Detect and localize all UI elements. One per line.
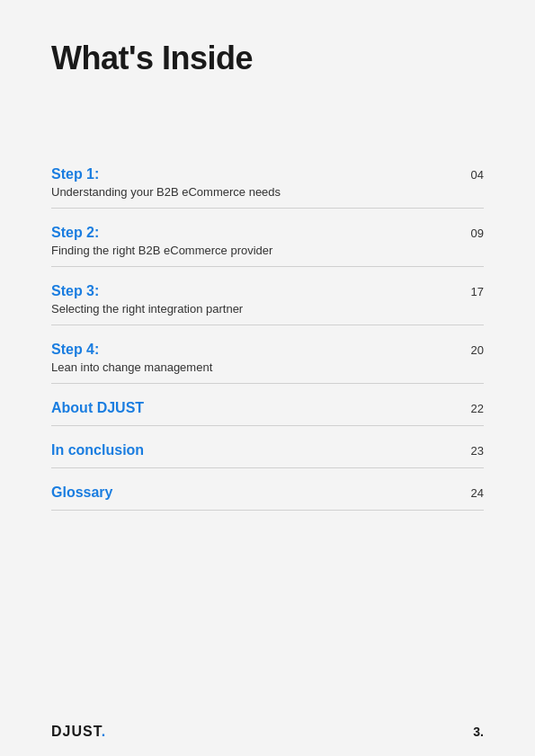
toc-content-step2: Step 2: Finding the right B2B eCommerce … [51, 225, 272, 257]
toc-page-conclusion: 23 [471, 444, 484, 458]
toc-description-step3: Selecting the right integration partner [51, 302, 243, 316]
toc-label-step1: Step 1: [51, 166, 281, 182]
toc-item-about: About DJUST 22 [51, 400, 484, 426]
toc-item-step3: Step 3: Selecting the right integration … [51, 283, 484, 325]
toc-row-step4: Step 4: Lean into change management 20 [51, 342, 484, 384]
footer: DJUST. 3. [51, 724, 484, 740]
page-title: What's Inside [51, 40, 253, 77]
toc-item-glossary: Glossary 24 [51, 485, 484, 511]
toc-page-glossary: 24 [471, 486, 484, 500]
toc-content-step3: Step 3: Selecting the right integration … [51, 283, 243, 316]
footer-page-number: 3. [473, 725, 484, 739]
toc-row-step1: Step 1: Understanding your B2B eCommerce… [51, 166, 484, 209]
toc-item-step2: Step 2: Finding the right B2B eCommerce … [51, 225, 484, 267]
toc-description-step1: Understanding your B2B eCommerce needs [51, 185, 281, 199]
toc-page-step2: 09 [471, 227, 484, 240]
toc-page-step3: 17 [471, 285, 484, 298]
toc-page-step1: 04 [471, 168, 484, 182]
toc-label-step2: Step 2: [51, 225, 272, 241]
toc-item-step4: Step 4: Lean into change management 20 [51, 342, 484, 384]
toc-description-step4: Lean into change management [51, 360, 212, 374]
toc-description-step2: Finding the right B2B eCommerce provider [51, 244, 272, 257]
footer-logo-dot: . [102, 724, 106, 739]
toc-row-step2: Step 2: Finding the right B2B eCommerce … [51, 225, 484, 267]
toc-row-about: About DJUST 22 [51, 400, 484, 426]
footer-logo: DJUST. [51, 724, 106, 740]
toc-label-conclusion: In conclusion [51, 442, 144, 458]
toc-page-step4: 20 [471, 343, 484, 357]
toc-content-step1: Step 1: Understanding your B2B eCommerce… [51, 166, 281, 199]
page: What's Inside Step 1: Understanding your… [0, 0, 535, 756]
toc-label-about: About DJUST [51, 400, 144, 416]
toc-label-step4: Step 4: [51, 342, 212, 358]
toc-item-step1: Step 1: Understanding your B2B eCommerce… [51, 166, 484, 209]
toc-content-step4: Step 4: Lean into change management [51, 342, 212, 374]
toc-row-step3: Step 3: Selecting the right integration … [51, 283, 484, 325]
toc-row-conclusion: In conclusion 23 [51, 442, 484, 468]
toc-label-step3: Step 3: [51, 283, 243, 299]
toc-page-about: 22 [471, 402, 484, 415]
toc-item-conclusion: In conclusion 23 [51, 442, 484, 468]
table-of-contents: Step 1: Understanding your B2B eCommerce… [51, 166, 484, 527]
toc-label-glossary: Glossary [51, 485, 112, 501]
footer-logo-text: DJUST [51, 724, 102, 739]
toc-row-glossary: Glossary 24 [51, 485, 484, 511]
